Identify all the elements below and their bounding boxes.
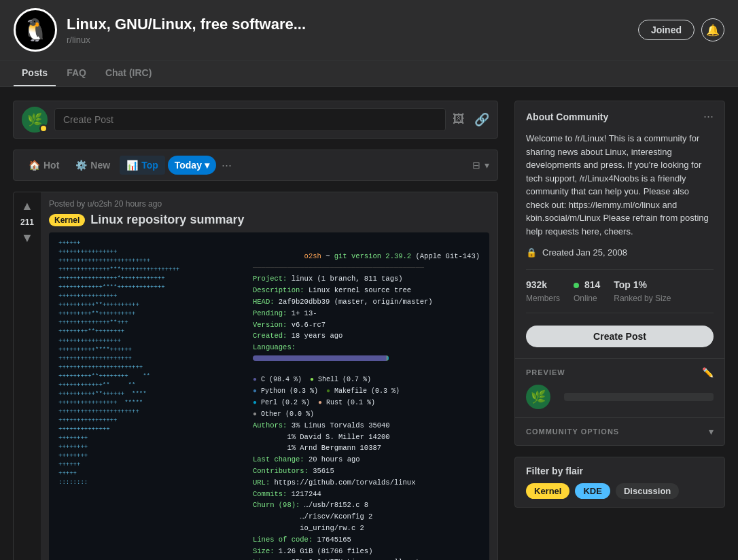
create-post-icons: 🖼 🔗 bbox=[453, 112, 489, 127]
post-flair[interactable]: Kernel bbox=[49, 214, 85, 226]
user-avatar: 🌿 bbox=[22, 107, 48, 133]
post-card: ▲ 211 ▼ Posted by u/o2sh 20 hours ago Ke… bbox=[13, 192, 498, 560]
main-layout: 🌿 🖼 🔗 🏠 Hot ⚙️ New 📊 Top bbox=[2, 101, 736, 560]
post-title: Linux repository summary bbox=[90, 213, 244, 227]
members-stat: 932k Members bbox=[526, 278, 560, 304]
sort-more-button[interactable]: ··· bbox=[222, 158, 232, 173]
vote-count: 211 bbox=[20, 217, 34, 227]
subreddit-avatar: 🐧 bbox=[14, 8, 57, 52]
sort-top[interactable]: 📊 Top bbox=[120, 156, 165, 175]
rank-stat: Top 1% Ranked by Size bbox=[614, 278, 671, 304]
about-more-button[interactable]: ··· bbox=[703, 109, 714, 124]
chevron-down-icon: ▾ bbox=[709, 426, 714, 437]
sort-bar: 🏠 Hot ⚙️ New 📊 Top Today ▾ ··· ⊟ ▾ bbox=[13, 150, 498, 181]
sort-new[interactable]: ⚙️ New bbox=[69, 156, 117, 175]
community-created: 🔒 Created Jan 25, 2008 bbox=[526, 246, 714, 260]
feed-column: 🌿 🖼 🔗 🏠 Hot ⚙️ New 📊 Top bbox=[13, 101, 498, 560]
preview-title: PREVIEW bbox=[526, 368, 565, 377]
terminal-info: o2sh ~ git version 2.39.2 (Apple Git-143… bbox=[243, 232, 489, 560]
about-text: Welcome to /r/Linux! This is a community… bbox=[526, 133, 709, 237]
about-community-card: About Community ··· Welcome to /r/Linux!… bbox=[514, 101, 725, 446]
bell-icon: 🔔 bbox=[706, 24, 720, 37]
image-upload-icon[interactable]: 🖼 bbox=[453, 112, 465, 127]
subreddit-nav: Posts FAQ Chat (IRC) bbox=[0, 60, 738, 87]
header-actions: Joined 🔔 bbox=[638, 18, 724, 41]
post-title-row: Kernel Linux repository summary bbox=[49, 213, 489, 227]
members-label: Members bbox=[526, 292, 560, 304]
online-stat: 814 Online bbox=[574, 278, 600, 304]
online-count: 814 bbox=[574, 278, 600, 292]
filter-flair-card: Filter by flair Kernel KDE Discussion bbox=[514, 457, 725, 508]
create-post-bar: 🌿 🖼 🔗 bbox=[13, 101, 498, 139]
nav-tab-faq[interactable]: FAQ bbox=[58, 60, 94, 86]
community-options-header[interactable]: COMMUNITY OPTIONS ▾ bbox=[515, 418, 724, 445]
notification-bell-button[interactable]: 🔔 bbox=[701, 18, 724, 41]
preview-content: 🌿 bbox=[526, 385, 714, 409]
chevron-down-icon: ▾ bbox=[205, 160, 209, 171]
subreddit-info: Linux, GNU/Linux, free software... r/lin… bbox=[67, 16, 629, 45]
members-count: 932k bbox=[526, 278, 560, 292]
about-card-body: Welcome to /r/Linux! This is a community… bbox=[515, 132, 724, 358]
link-icon[interactable]: 🔗 bbox=[474, 112, 489, 127]
sidebar-create-post-button[interactable]: Create Post bbox=[526, 326, 714, 347]
preview-section: PREVIEW ✏️ 🌿 bbox=[515, 358, 724, 417]
chevron-layout-icon: ▾ bbox=[485, 160, 489, 171]
sidebar-column: About Community ··· Welcome to /r/Linux!… bbox=[514, 101, 725, 560]
nav-tab-chat[interactable]: Chat (IRC) bbox=[97, 60, 160, 86]
post-meta: Posted by u/o2sh 20 hours ago bbox=[49, 199, 489, 209]
preview-header: PREVIEW ✏️ bbox=[526, 367, 714, 378]
filter-title: Filter by flair bbox=[526, 466, 714, 476]
subreddit-header: 🐧 Linux, GNU/Linux, free software... r/l… bbox=[0, 0, 738, 60]
flair-tag-kde[interactable]: KDE bbox=[575, 483, 610, 499]
rank-value: Top 1% bbox=[614, 278, 671, 292]
sort-today-dropdown[interactable]: Today ▾ bbox=[168, 156, 216, 175]
upvote-button[interactable]: ▲ bbox=[20, 198, 35, 215]
calendar-icon: 🔒 bbox=[526, 246, 537, 260]
created-label: Created Jan 25, 2008 bbox=[542, 246, 627, 260]
preview-avatar: 🌿 bbox=[526, 385, 550, 409]
layout-icon: ⊟ bbox=[472, 160, 480, 171]
post-content: Posted by u/o2sh 20 hours ago Kernel Lin… bbox=[41, 192, 497, 560]
community-options-title: COMMUNITY OPTIONS bbox=[526, 427, 619, 436]
top-icon: 📊 bbox=[126, 160, 138, 171]
post-terminal-image: ++++++ ++++++++++++++++ ++++++++++++++++… bbox=[49, 232, 489, 560]
flair-tag-discussion[interactable]: Discussion bbox=[616, 483, 679, 499]
edit-icon[interactable]: ✏️ bbox=[702, 367, 714, 378]
sort-layout-toggle[interactable]: ⊟ ▾ bbox=[472, 160, 489, 171]
new-icon: ⚙️ bbox=[75, 160, 87, 171]
rank-label: Ranked by Size bbox=[614, 292, 671, 304]
subreddit-title: Linux, GNU/Linux, free software... bbox=[67, 16, 629, 33]
about-card-header: About Community ··· bbox=[515, 101, 724, 132]
flair-tag-kernel[interactable]: Kernel bbox=[526, 483, 569, 499]
sort-top-label: Top bbox=[141, 160, 158, 171]
online-dot bbox=[574, 283, 579, 288]
post-vote-column: ▲ 211 ▼ bbox=[14, 192, 41, 560]
sort-hot-label: Hot bbox=[43, 160, 59, 171]
community-stats: 932k Members 814 Online Top 1% Ranked by… bbox=[526, 269, 714, 313]
create-post-input[interactable] bbox=[54, 108, 446, 131]
joined-button[interactable]: Joined bbox=[638, 20, 695, 40]
nav-tab-posts[interactable]: Posts bbox=[14, 60, 56, 86]
subreddit-name: r/linux bbox=[67, 35, 629, 45]
preview-name-bar bbox=[564, 393, 714, 401]
sort-new-label: New bbox=[90, 160, 110, 171]
community-options-section: COMMUNITY OPTIONS ▾ bbox=[515, 417, 724, 445]
hot-icon: 🏠 bbox=[29, 160, 40, 171]
downvote-button[interactable]: ▼ bbox=[20, 230, 35, 247]
sort-today-label: Today bbox=[175, 160, 202, 171]
sort-hot[interactable]: 🏠 Hot bbox=[22, 156, 66, 175]
avatar-online-dot bbox=[39, 124, 48, 133]
online-label: Online bbox=[574, 292, 600, 304]
about-title: About Community bbox=[526, 111, 608, 122]
flair-tags: Kernel KDE Discussion bbox=[526, 483, 714, 499]
terminal-ascii-art: ++++++ ++++++++++++++++ ++++++++++++++++… bbox=[49, 232, 243, 560]
